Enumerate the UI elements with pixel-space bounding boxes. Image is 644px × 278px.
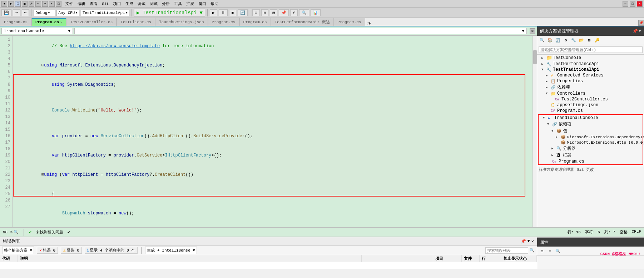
tree-appsettings[interactable]: {} appsettings.json (537, 102, 644, 108)
sol-search-btn[interactable]: 🔍 (539, 37, 546, 44)
cpu-dropdown[interactable]: Any CPU ▼ (56, 10, 79, 16)
tab-program-cs-active[interactable]: Program.cs ✕ (31, 18, 66, 26)
extra-btn1[interactable]: ⊡ (252, 9, 260, 16)
tab-program-cs-2[interactable]: Program.cs (208, 18, 239, 26)
sol-collapse-btn[interactable]: 📂 (578, 37, 585, 44)
extra-btn4[interactable]: 📌 (279, 9, 289, 16)
error-search-input[interactable] (485, 247, 528, 254)
sol-pin-icon[interactable]: 📌 (633, 29, 638, 34)
stop-btn[interactable]: ■ (229, 10, 237, 16)
sol-extra-btn[interactable]: ⊞ (586, 37, 593, 44)
sol-refresh-btn[interactable]: 🔄 (554, 37, 561, 44)
sol-home-btn[interactable]: 🏠 (546, 37, 554, 44)
menu-edit[interactable]: 编辑 (76, 1, 87, 7)
split-btn[interactable]: ⊞ (530, 28, 535, 34)
extra-btn2[interactable]: ⊞ (261, 9, 269, 16)
tree-testtraditionalapi[interactable]: ▼ 🔧 TestTraditionalApi (537, 67, 644, 73)
sol-filter-btn[interactable]: 🔧 (570, 37, 577, 44)
tb-btn5[interactable]: ↪ (42, 1, 48, 7)
tree-tc-deps[interactable]: ▼ 🔗 依赖项 (539, 121, 643, 128)
tab-testperformanceapi[interactable]: TestPerformanceApi: 概述 (271, 18, 334, 26)
tree-program-cs-ttapi[interactable]: C# Program.cs (537, 108, 644, 114)
menu-git[interactable]: Git (100, 1, 111, 6)
tree-deps[interactable]: ▶ 🔗 依赖项 (537, 84, 644, 91)
tree-tc-packages[interactable]: ▼ 📦 包 (539, 128, 643, 134)
tab-program-cs-4[interactable]: Program.cs (334, 18, 365, 26)
tab-launchsettings[interactable]: launchSettings.json (155, 18, 208, 26)
sol-settings-btn[interactable]: ⚙ (562, 37, 569, 44)
tree-http-package[interactable]: 📦 Microsoft.Extensions.Http (6.0.0) (539, 140, 643, 145)
tab-test2controller[interactable]: Test2Controller.cs (66, 18, 117, 26)
tree-testperformanceapi[interactable]: ▶ 🔧 TestPerformanceApi (537, 61, 644, 67)
tree-analyzers[interactable]: ▶ 🔍 分析器 (539, 145, 643, 152)
tab-program-cs-3[interactable]: Program.cs (239, 18, 271, 26)
menu-tools[interactable]: 工具 (172, 1, 184, 7)
extra-btn7[interactable]: 📊 (311, 9, 321, 16)
menu-analyze[interactable]: 分析 (160, 1, 172, 7)
redo-btn[interactable]: ↪ (22, 9, 29, 16)
warning-badge[interactable]: ⚠ 警告 0 (61, 247, 82, 254)
error-close-icon[interactable]: ✕ (531, 239, 534, 244)
tb-btn2[interactable]: ◧ (22, 1, 28, 7)
method-dropdown[interactable]: ▼ (74, 28, 527, 34)
maximize-btn[interactable]: □ (630, 1, 635, 7)
save-all-btn[interactable]: 💾 (1, 9, 11, 16)
project-dropdown[interactable]: TestTraditionalApi ▼ (81, 10, 129, 16)
tb-forward[interactable]: ▶ (8, 1, 14, 7)
extra-btn5[interactable]: ⚡ (290, 9, 298, 16)
error-pin-icon[interactable]: 📌 (521, 239, 526, 244)
prop-btn2[interactable]: ≡ (546, 248, 554, 255)
menu-extensions[interactable]: 扩展 (184, 1, 196, 7)
restart-btn[interactable]: 🔄 (238, 9, 248, 16)
solution-search-input[interactable] (539, 46, 643, 53)
extra-btn3[interactable]: ▤ (270, 9, 277, 16)
menu-view[interactable]: 查看 (88, 1, 99, 7)
close-btn[interactable]: ✕ (637, 1, 643, 7)
scope-dropdown[interactable]: 整个解决方案 ▼ (2, 247, 34, 254)
continue-btn[interactable]: ▶ (210, 9, 217, 16)
code-editor[interactable]: 1 2 3 4 5 6 7 8 9 10 11 12 13 14 15 16 1… (0, 36, 537, 227)
sol-explorer-tab[interactable]: 解决方案资源管理器 (539, 167, 574, 172)
code-text[interactable]: // See https://aka.ms/new-console-templa… (13, 36, 532, 227)
zoom-control[interactable]: 98 % 🔍 (3, 230, 19, 234)
debug-dropdown[interactable]: Debug ▼ (34, 10, 55, 16)
tab-testclient[interactable]: TestClient.cs (117, 18, 155, 26)
tb-btn7[interactable]: □ (56, 1, 61, 7)
menu-test[interactable]: 测试 (148, 1, 159, 7)
class-dropdown[interactable]: TrandionalConsole ▼ (1, 28, 73, 34)
tab-close-icon[interactable]: ✕ (60, 20, 62, 24)
tb-back[interactable]: ◀ (1, 1, 7, 7)
tree-controllers[interactable]: ▼ 📁 Controllers (537, 91, 644, 96)
tb-btn3[interactable]: ⤢ (29, 1, 34, 7)
tree-di-package[interactable]: ▶ 📦 Microsoft.Extensions.DependencyInjec… (539, 134, 643, 140)
tree-testconsole[interactable]: ▶ 📁 TestConsole (537, 55, 644, 61)
scrollbar-thumb[interactable] (533, 50, 537, 64)
tree-tc-program-cs[interactable]: C# Program.cs (539, 159, 643, 164)
tree-test2controller[interactable]: C# Test2Controller.cs (537, 96, 644, 102)
sol-arrow-icon[interactable]: ▼ (639, 29, 641, 34)
tab-pin-btn[interactable]: 📌 (638, 20, 644, 26)
menu-file[interactable]: 文件 (64, 1, 75, 7)
menu-project[interactable]: 项目 (112, 1, 123, 7)
prop-search-btn[interactable]: 🔍 (554, 248, 561, 255)
tree-properties[interactable]: ▶ 📋 Properties (537, 78, 644, 84)
tree-connected-services[interactable]: ▶ ⚡ Connected Services (537, 73, 644, 78)
error-arrow-icon[interactable]: ▼ (527, 239, 530, 244)
sol-extra-btn2[interactable]: 🔑 (594, 37, 601, 44)
vertical-scrollbar[interactable] (532, 36, 537, 227)
undo-btn[interactable]: ↩ (13, 9, 20, 16)
prop-btn1[interactable]: ⊞ (539, 248, 546, 255)
error-badge[interactable]: ✕ 错误 0 (37, 247, 58, 254)
minimize-btn[interactable]: ─ (623, 1, 628, 7)
tab-overflow-btn[interactable]: ≫ (366, 21, 373, 26)
play-btn[interactable]: ▶ TestTraditionalApi ▼ (134, 9, 205, 17)
build-filter[interactable]: 生成 + IntelliSense ▼ (145, 247, 197, 254)
menu-window[interactable]: 窗口 (197, 1, 208, 7)
pause-btn[interactable]: ⏸ (219, 9, 228, 16)
menu-debug[interactable]: 调试 (136, 1, 147, 7)
tree-frameworks[interactable]: ▶ 🖼 框架 (539, 152, 643, 159)
message-badge[interactable]: ℹ 显示 4 个消息中的 0 个 (85, 247, 138, 254)
menu-help[interactable]: 帮助 (209, 1, 220, 7)
menu-build[interactable]: 生成 (124, 1, 135, 7)
tab-program-cs-1[interactable]: Program.cs (0, 18, 31, 26)
